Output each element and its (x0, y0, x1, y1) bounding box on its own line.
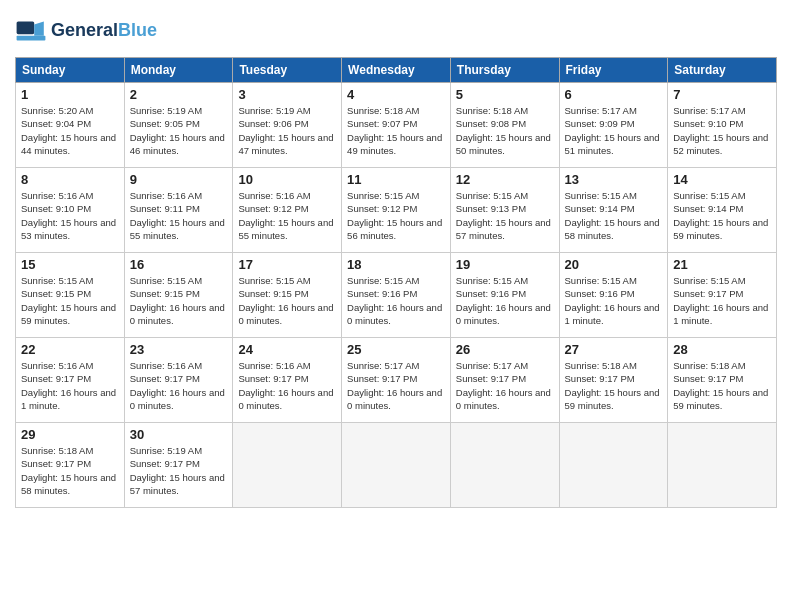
calendar-day-cell: 11Sunrise: 5:15 AMSunset: 9:12 PMDayligh… (342, 168, 451, 253)
day-info: Sunrise: 5:18 AMSunset: 9:08 PMDaylight:… (456, 104, 554, 157)
day-info: Sunrise: 5:18 AMSunset: 9:17 PMDaylight:… (21, 444, 119, 497)
day-number: 10 (238, 172, 336, 187)
day-number: 2 (130, 87, 228, 102)
calendar-day-cell: 22Sunrise: 5:16 AMSunset: 9:17 PMDayligh… (16, 338, 125, 423)
day-info: Sunrise: 5:15 AMSunset: 9:14 PMDaylight:… (565, 189, 663, 242)
calendar-day-cell: 6Sunrise: 5:17 AMSunset: 9:09 PMDaylight… (559, 83, 668, 168)
header: GeneralBlue (15, 15, 777, 47)
calendar-day-cell: 14Sunrise: 5:15 AMSunset: 9:14 PMDayligh… (668, 168, 777, 253)
calendar-day-cell: 21Sunrise: 5:15 AMSunset: 9:17 PMDayligh… (668, 253, 777, 338)
day-number: 21 (673, 257, 771, 272)
day-info: Sunrise: 5:15 AMSunset: 9:15 PMDaylight:… (21, 274, 119, 327)
calendar-day-cell: 1Sunrise: 5:20 AMSunset: 9:04 PMDaylight… (16, 83, 125, 168)
calendar-day-cell: 10Sunrise: 5:16 AMSunset: 9:12 PMDayligh… (233, 168, 342, 253)
day-number: 17 (238, 257, 336, 272)
day-number: 7 (673, 87, 771, 102)
calendar-day-cell: 15Sunrise: 5:15 AMSunset: 9:15 PMDayligh… (16, 253, 125, 338)
svg-rect-0 (17, 21, 35, 34)
calendar-day-cell: 18Sunrise: 5:15 AMSunset: 9:16 PMDayligh… (342, 253, 451, 338)
calendar-day-cell: 4Sunrise: 5:18 AMSunset: 9:07 PMDaylight… (342, 83, 451, 168)
weekday-header: Monday (124, 58, 233, 83)
calendar-day-cell: 24Sunrise: 5:16 AMSunset: 9:17 PMDayligh… (233, 338, 342, 423)
day-info: Sunrise: 5:18 AMSunset: 9:07 PMDaylight:… (347, 104, 445, 157)
day-number: 27 (565, 342, 663, 357)
day-info: Sunrise: 5:16 AMSunset: 9:12 PMDaylight:… (238, 189, 336, 242)
day-number: 9 (130, 172, 228, 187)
day-info: Sunrise: 5:16 AMSunset: 9:17 PMDaylight:… (130, 359, 228, 412)
day-number: 26 (456, 342, 554, 357)
calendar-day-cell: 7Sunrise: 5:17 AMSunset: 9:10 PMDaylight… (668, 83, 777, 168)
weekday-header: Tuesday (233, 58, 342, 83)
day-info: Sunrise: 5:16 AMSunset: 9:17 PMDaylight:… (21, 359, 119, 412)
calendar-week-row: 1Sunrise: 5:20 AMSunset: 9:04 PMDaylight… (16, 83, 777, 168)
calendar-day-cell (450, 423, 559, 508)
day-number: 6 (565, 87, 663, 102)
day-info: Sunrise: 5:17 AMSunset: 9:17 PMDaylight:… (347, 359, 445, 412)
calendar-day-cell: 29Sunrise: 5:18 AMSunset: 9:17 PMDayligh… (16, 423, 125, 508)
calendar-day-cell: 9Sunrise: 5:16 AMSunset: 9:11 PMDaylight… (124, 168, 233, 253)
logo-icon (15, 15, 47, 47)
day-number: 15 (21, 257, 119, 272)
day-info: Sunrise: 5:18 AMSunset: 9:17 PMDaylight:… (673, 359, 771, 412)
page: GeneralBlue SundayMondayTuesdayWednesday… (0, 0, 792, 612)
day-number: 8 (21, 172, 119, 187)
day-number: 12 (456, 172, 554, 187)
day-number: 18 (347, 257, 445, 272)
day-info: Sunrise: 5:19 AMSunset: 9:05 PMDaylight:… (130, 104, 228, 157)
day-info: Sunrise: 5:15 AMSunset: 9:16 PMDaylight:… (347, 274, 445, 327)
day-info: Sunrise: 5:15 AMSunset: 9:15 PMDaylight:… (130, 274, 228, 327)
calendar-day-cell (342, 423, 451, 508)
day-info: Sunrise: 5:16 AMSunset: 9:17 PMDaylight:… (238, 359, 336, 412)
day-info: Sunrise: 5:16 AMSunset: 9:10 PMDaylight:… (21, 189, 119, 242)
weekday-header: Sunday (16, 58, 125, 83)
weekday-header: Saturday (668, 58, 777, 83)
calendar-day-cell: 13Sunrise: 5:15 AMSunset: 9:14 PMDayligh… (559, 168, 668, 253)
calendar-day-cell: 25Sunrise: 5:17 AMSunset: 9:17 PMDayligh… (342, 338, 451, 423)
day-number: 4 (347, 87, 445, 102)
day-number: 11 (347, 172, 445, 187)
day-number: 16 (130, 257, 228, 272)
calendar-table: SundayMondayTuesdayWednesdayThursdayFrid… (15, 57, 777, 508)
day-info: Sunrise: 5:19 AMSunset: 9:06 PMDaylight:… (238, 104, 336, 157)
calendar-day-cell: 30Sunrise: 5:19 AMSunset: 9:17 PMDayligh… (124, 423, 233, 508)
day-info: Sunrise: 5:17 AMSunset: 9:09 PMDaylight:… (565, 104, 663, 157)
day-info: Sunrise: 5:15 AMSunset: 9:14 PMDaylight:… (673, 189, 771, 242)
day-number: 23 (130, 342, 228, 357)
day-number: 5 (456, 87, 554, 102)
calendar-day-cell: 17Sunrise: 5:15 AMSunset: 9:15 PMDayligh… (233, 253, 342, 338)
day-number: 19 (456, 257, 554, 272)
day-number: 1 (21, 87, 119, 102)
calendar-day-cell: 27Sunrise: 5:18 AMSunset: 9:17 PMDayligh… (559, 338, 668, 423)
day-number: 24 (238, 342, 336, 357)
day-number: 22 (21, 342, 119, 357)
calendar-day-cell (559, 423, 668, 508)
day-info: Sunrise: 5:20 AMSunset: 9:04 PMDaylight:… (21, 104, 119, 157)
weekday-header: Wednesday (342, 58, 451, 83)
day-number: 25 (347, 342, 445, 357)
calendar-day-cell: 23Sunrise: 5:16 AMSunset: 9:17 PMDayligh… (124, 338, 233, 423)
day-number: 28 (673, 342, 771, 357)
calendar-day-cell: 5Sunrise: 5:18 AMSunset: 9:08 PMDaylight… (450, 83, 559, 168)
day-info: Sunrise: 5:15 AMSunset: 9:15 PMDaylight:… (238, 274, 336, 327)
svg-marker-1 (34, 21, 44, 35)
day-info: Sunrise: 5:17 AMSunset: 9:17 PMDaylight:… (456, 359, 554, 412)
day-number: 20 (565, 257, 663, 272)
day-number: 13 (565, 172, 663, 187)
day-number: 30 (130, 427, 228, 442)
day-info: Sunrise: 5:15 AMSunset: 9:16 PMDaylight:… (565, 274, 663, 327)
calendar-day-cell: 2Sunrise: 5:19 AMSunset: 9:05 PMDaylight… (124, 83, 233, 168)
day-info: Sunrise: 5:17 AMSunset: 9:10 PMDaylight:… (673, 104, 771, 157)
calendar-day-cell: 3Sunrise: 5:19 AMSunset: 9:06 PMDaylight… (233, 83, 342, 168)
day-info: Sunrise: 5:15 AMSunset: 9:16 PMDaylight:… (456, 274, 554, 327)
calendar-day-cell: 19Sunrise: 5:15 AMSunset: 9:16 PMDayligh… (450, 253, 559, 338)
day-info: Sunrise: 5:15 AMSunset: 9:17 PMDaylight:… (673, 274, 771, 327)
calendar-week-row: 29Sunrise: 5:18 AMSunset: 9:17 PMDayligh… (16, 423, 777, 508)
day-info: Sunrise: 5:15 AMSunset: 9:13 PMDaylight:… (456, 189, 554, 242)
calendar-day-cell: 12Sunrise: 5:15 AMSunset: 9:13 PMDayligh… (450, 168, 559, 253)
day-info: Sunrise: 5:15 AMSunset: 9:12 PMDaylight:… (347, 189, 445, 242)
svg-rect-2 (17, 36, 46, 41)
day-info: Sunrise: 5:18 AMSunset: 9:17 PMDaylight:… (565, 359, 663, 412)
day-info: Sunrise: 5:19 AMSunset: 9:17 PMDaylight:… (130, 444, 228, 497)
calendar-day-cell: 8Sunrise: 5:16 AMSunset: 9:10 PMDaylight… (16, 168, 125, 253)
calendar-day-cell: 16Sunrise: 5:15 AMSunset: 9:15 PMDayligh… (124, 253, 233, 338)
